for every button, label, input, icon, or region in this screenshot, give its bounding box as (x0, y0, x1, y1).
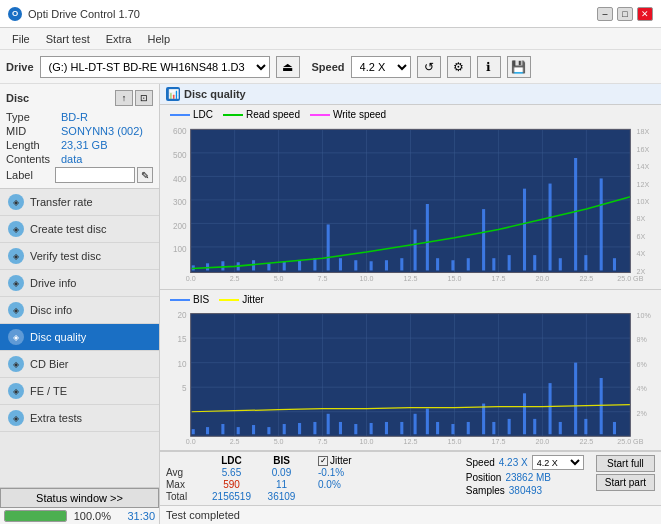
progress-row: 100.0% 31:30 (0, 508, 159, 524)
svg-rect-106 (467, 422, 470, 434)
svg-rect-38 (523, 189, 526, 271)
close-button[interactable]: ✕ (637, 7, 653, 21)
svg-rect-32 (436, 258, 439, 270)
start-part-button[interactable]: Start part (596, 474, 655, 491)
drive-info-icon: ◈ (8, 275, 24, 291)
status-text: Test completed (160, 505, 661, 524)
svg-rect-22 (298, 260, 301, 270)
nav-fe-te[interactable]: ◈ FE / TE (0, 378, 159, 405)
svg-text:25.0 GB: 25.0 GB (617, 275, 643, 283)
disc-header: Disc ↑ ⊡ (0, 88, 159, 110)
speed-label: Speed (312, 61, 345, 73)
svg-rect-105 (451, 424, 454, 434)
svg-rect-30 (414, 230, 417, 271)
svg-rect-39 (533, 255, 536, 270)
svg-text:12X: 12X (636, 181, 649, 189)
samples-row: Samples 380493 (466, 485, 586, 496)
action-buttons: Start full Start part (596, 455, 655, 491)
drive-select[interactable]: (G:) HL-DT-ST BD-RE WH16NS48 1.D3 (40, 56, 270, 78)
svg-rect-21 (283, 261, 286, 270)
nav-extra-tests-label: Extra tests (30, 412, 82, 424)
svg-rect-20 (267, 263, 270, 270)
svg-rect-115 (584, 419, 587, 434)
disc-icon-btn-1[interactable]: ↑ (115, 90, 133, 106)
svg-rect-87 (192, 429, 195, 434)
nav-verify-test-label: Verify test disc (30, 250, 101, 262)
nav-extra-tests[interactable]: ◈ Extra tests (0, 405, 159, 432)
svg-text:2%: 2% (636, 410, 647, 418)
svg-rect-97 (339, 422, 342, 434)
nav-disc-quality[interactable]: ◈ Disc quality (0, 324, 159, 351)
minimize-button[interactable]: – (597, 7, 613, 21)
save-button[interactable]: 💾 (507, 56, 531, 78)
ldc-header: LDC (204, 455, 259, 466)
svg-rect-89 (221, 424, 224, 434)
nav-drive-info[interactable]: ◈ Drive info (0, 270, 159, 297)
app-logo: O (8, 7, 22, 21)
svg-rect-35 (482, 209, 485, 270)
svg-text:20.0: 20.0 (535, 275, 549, 283)
disc-type-row: Type BD-R (0, 110, 159, 124)
nav-cd-bier-label: CD Bier (30, 358, 69, 370)
stats-area: LDC BIS ✓ Jitter Avg 5.65 0.09 (160, 451, 661, 505)
position-row: Position 23862 MB (466, 472, 586, 483)
refresh-button[interactable]: ↺ (417, 56, 441, 78)
svg-text:5.0: 5.0 (274, 275, 284, 283)
svg-text:15.0: 15.0 (448, 438, 462, 446)
speed-select[interactable]: 4.2 X (351, 56, 411, 78)
svg-text:500: 500 (173, 151, 187, 160)
svg-rect-26 (354, 260, 357, 270)
eject-button[interactable]: ⏏ (276, 56, 300, 78)
bis-legend: BIS Jitter (164, 292, 657, 307)
jitter-checkbox[interactable]: ✓ (318, 456, 328, 466)
svg-text:200: 200 (173, 222, 187, 231)
svg-text:7.5: 7.5 (318, 275, 328, 283)
svg-text:17.5: 17.5 (491, 438, 505, 446)
svg-text:5: 5 (182, 384, 187, 393)
menu-start-test[interactable]: Start test (38, 31, 98, 47)
ldc-legend: LDC Read speed Write speed (164, 107, 657, 122)
settings-button[interactable]: ⚙ (447, 56, 471, 78)
nav-transfer-rate[interactable]: ◈ Transfer rate (0, 189, 159, 216)
titlebar-left: O Opti Drive Control 1.70 (8, 7, 140, 21)
create-test-icon: ◈ (8, 221, 24, 237)
nav-cd-bier[interactable]: ◈ CD Bier (0, 351, 159, 378)
speed-dropdown[interactable]: 4.2 X (532, 455, 584, 470)
jitter-legend-color (219, 299, 239, 301)
svg-text:0.0: 0.0 (186, 438, 196, 446)
menu-extra[interactable]: Extra (98, 31, 140, 47)
position-value: 23862 MB (505, 472, 551, 483)
svg-text:18X: 18X (636, 128, 649, 136)
menubar: File Start test Extra Help (0, 28, 661, 50)
verify-test-icon: ◈ (8, 248, 24, 264)
disc-label-edit-btn[interactable]: ✎ (137, 167, 153, 183)
maximize-button[interactable]: □ (617, 7, 633, 21)
position-label: Position (466, 472, 502, 483)
svg-rect-107 (482, 404, 485, 435)
read-speed-legend-color (223, 114, 243, 116)
info-button[interactable]: ℹ (477, 56, 501, 78)
nav-verify-test-disc[interactable]: ◈ Verify test disc (0, 243, 159, 270)
menu-help[interactable]: Help (139, 31, 178, 47)
total-ldc: 2156519 (204, 491, 259, 502)
svg-rect-98 (354, 424, 357, 434)
jitter-legend-item: Jitter (219, 294, 264, 305)
disc-label-input[interactable] (55, 167, 135, 183)
svg-text:12.5: 12.5 (404, 438, 418, 446)
total-bis: 36109 (259, 491, 304, 502)
disc-icons: ↑ ⊡ (115, 90, 153, 106)
status-window-button[interactable]: Status window >> (0, 488, 159, 508)
max-label: Max (166, 479, 204, 490)
start-full-button[interactable]: Start full (596, 455, 655, 472)
status-bar-bottom: Status window >> 100.0% 31:30 (0, 487, 159, 524)
nav-disc-info[interactable]: ◈ Disc info (0, 297, 159, 324)
nav-create-test-disc[interactable]: ◈ Create test disc (0, 216, 159, 243)
nav-disc-info-label: Disc info (30, 304, 72, 316)
disc-quality-icon: ◈ (8, 329, 24, 345)
quality-icon: 📊 (166, 87, 180, 101)
disc-contents-row: Contents data (0, 152, 159, 166)
svg-rect-91 (252, 425, 255, 434)
speed-value: 4.23 X (499, 457, 528, 468)
menu-file[interactable]: File (4, 31, 38, 47)
disc-icon-btn-2[interactable]: ⊡ (135, 90, 153, 106)
